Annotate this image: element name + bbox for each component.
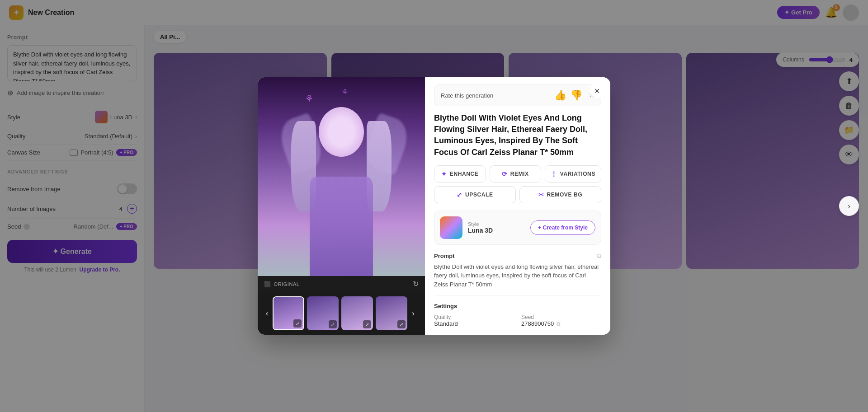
thumb-expand-4: ⤢ [397, 320, 406, 328]
quality-setting-label: Quality [434, 314, 514, 320]
remove-bg-icon: ✂ [538, 191, 544, 198]
style-info: Style Luna 3D [468, 221, 525, 234]
copy-prompt-button[interactable]: ⧉ [597, 252, 601, 260]
style-modal-thumbnail [440, 216, 462, 239]
image-title: Blythe Doll With Violet Eyes And Long Fl… [434, 112, 601, 158]
modal: ✕ ⚘ ⚘ [258, 77, 610, 335]
rating-thumbs: 👍 👎 [554, 89, 582, 101]
seed-setting-label: Seed [521, 314, 601, 320]
modal-main-image: ⚘ ⚘ [258, 77, 425, 276]
modal-overlay[interactable]: ✕ ⚘ ⚘ [0, 0, 868, 412]
upscale-icon: ⤢ [457, 191, 462, 198]
upscale-button[interactable]: ⤢ Upscale [434, 186, 516, 203]
settings-grid: Quality Standard Seed 2788900750 ⧉ [434, 314, 601, 327]
prompt-section-title: Prompt [434, 253, 455, 259]
settings-title: Settings [434, 303, 601, 309]
rating-bar: Rate this generation 👍 👎 ✕ [434, 84, 601, 106]
thumbnail-2[interactable]: ⤢ [307, 296, 339, 330]
settings-section: Settings Quality Standard Seed 278890075… [434, 303, 601, 327]
thumb-prev-arrow[interactable]: ‹ [264, 308, 270, 319]
seed-setting: Seed 2788900750 ⧉ [521, 314, 601, 327]
modal-left: ⚘ ⚘ ⬛ ORIGINAL ↻ [258, 77, 425, 335]
quality-setting: Quality Standard [434, 314, 514, 327]
action-buttons-row2: ⤢ Upscale ✂ Remove BG [434, 186, 601, 203]
thumb-expand-1: ⤢ [293, 319, 302, 328]
variations-icon: ⋮ [551, 170, 557, 178]
content-nav-right[interactable]: › [839, 196, 859, 216]
img-label-text: ORIGINAL [274, 281, 300, 287]
rating-label: Rate this generation [441, 92, 550, 99]
style-section: Style Luna 3D + Create from Style [434, 211, 601, 245]
style-modal-name: Luna 3D [468, 227, 525, 234]
thumbnail-1[interactable]: ⤢ [273, 296, 304, 330]
create-from-style-button[interactable]: + Create from Style [530, 220, 595, 235]
img-label-bar: ⬛ ORIGINAL ↻ [258, 276, 425, 292]
style-meta-label: Style [468, 221, 525, 227]
modal-right: Rate this generation 👍 👎 ✕ Blythe Doll W… [425, 77, 610, 335]
copy-seed-button[interactable]: ⧉ [557, 321, 561, 327]
quality-setting-value: Standard [434, 320, 514, 327]
prompt-section: Prompt ⧉ Blythe Doll with violet eyes an… [434, 252, 601, 296]
modal-close-button[interactable]: ✕ [590, 84, 604, 98]
img-label: ⬛ ORIGINAL [264, 281, 300, 287]
thumb-next-arrow[interactable]: › [410, 308, 416, 319]
thumbnail-3[interactable]: ⤢ [341, 296, 373, 330]
enhance-icon: ✦ [441, 170, 447, 178]
thumb-expand-2: ⤢ [329, 320, 337, 328]
thumbnail-4[interactable]: ⤢ [376, 296, 407, 330]
thumb-expand-3: ⤢ [363, 320, 371, 328]
modal-inner: ⚘ ⚘ ⬛ ORIGINAL ↻ [258, 77, 610, 335]
remove-bg-button[interactable]: ✂ Remove BG [519, 186, 601, 203]
enhance-button[interactable]: ✦ Enhance [434, 165, 486, 183]
modal-thumbnails: ‹ ⤢ ⤢ ⤢ ⤢ [258, 292, 425, 335]
img-refresh-icon[interactable]: ↻ [413, 280, 419, 288]
modal-prompt-text: Blythe Doll with violet eyes and long fl… [434, 262, 601, 296]
thumbs-up-button[interactable]: 👍 [554, 89, 566, 101]
prompt-section-header: Prompt ⧉ [434, 252, 601, 260]
remix-button[interactable]: ⟳ Remix [490, 165, 542, 183]
variations-button[interactable]: ⋮ Variations [545, 165, 601, 183]
seed-setting-value: 2788900750 ⧉ [521, 320, 601, 327]
content-nav-right-wrapper: › [839, 196, 859, 216]
thumbs-down-button[interactable]: 👎 [570, 89, 582, 101]
remix-icon: ⟳ [502, 170, 508, 178]
action-buttons-row1: ✦ Enhance ⟳ Remix ⋮ Variations [434, 165, 601, 183]
